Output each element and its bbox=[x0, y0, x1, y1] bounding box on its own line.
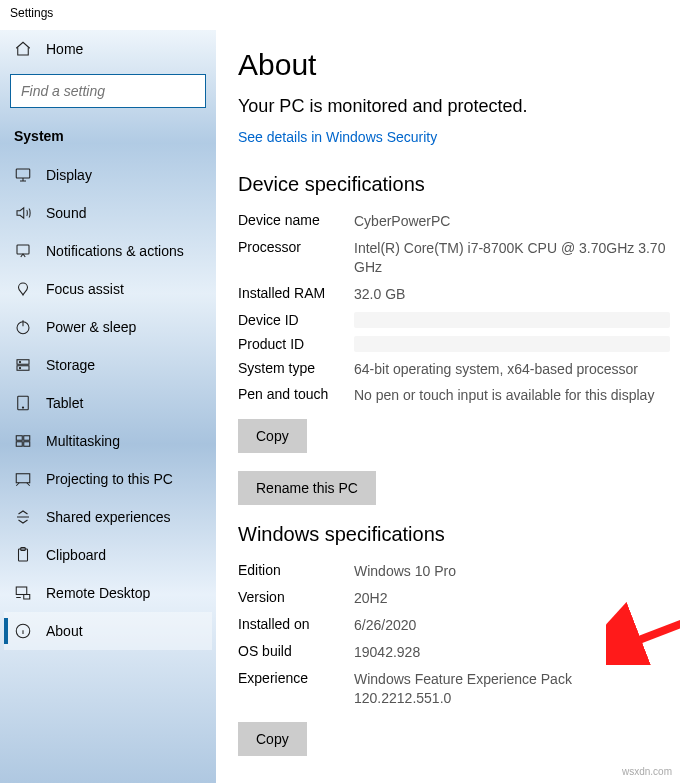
sidebar-home-label: Home bbox=[46, 41, 83, 57]
copy-windows-specs-button[interactable]: Copy bbox=[238, 722, 307, 756]
spec-label: Version bbox=[238, 589, 354, 608]
spec-value: 20H2 bbox=[354, 589, 670, 608]
spec-row-pen-touch: Pen and touch No pen or touch input is a… bbox=[238, 382, 670, 409]
sidebar-item-shared-experiences[interactable]: Shared experiences bbox=[4, 498, 212, 536]
spec-label: Experience bbox=[238, 670, 354, 708]
sidebar-item-label: Clipboard bbox=[46, 547, 106, 563]
sidebar-item-focus-assist[interactable]: Focus assist bbox=[4, 270, 212, 308]
svg-rect-16 bbox=[16, 587, 27, 595]
home-icon bbox=[14, 40, 32, 58]
spec-value: No pen or touch input is available for t… bbox=[354, 386, 670, 405]
shared-icon bbox=[14, 508, 32, 526]
svg-rect-13 bbox=[16, 474, 30, 483]
focus-assist-icon bbox=[14, 280, 32, 298]
spec-row-device-id: Device ID bbox=[238, 308, 670, 332]
svg-point-5 bbox=[19, 361, 20, 362]
search-input[interactable] bbox=[10, 74, 206, 108]
window-title: Settings bbox=[0, 0, 680, 30]
spec-value-redacted bbox=[354, 312, 670, 328]
spec-row-installed-on: Installed on 6/26/2020 bbox=[238, 612, 670, 639]
spec-row-os-build: OS build 19042.928 bbox=[238, 639, 670, 666]
svg-point-6 bbox=[19, 367, 20, 368]
spec-row-edition: Edition Windows 10 Pro bbox=[238, 558, 670, 585]
sidebar-item-label: Sound bbox=[46, 205, 86, 221]
sidebar-item-label: Tablet bbox=[46, 395, 83, 411]
spec-label: System type bbox=[238, 360, 354, 379]
svg-rect-11 bbox=[16, 442, 22, 447]
settings-window: Settings Home System Display Sound bbox=[0, 0, 680, 783]
svg-rect-1 bbox=[17, 245, 29, 254]
sidebar-home[interactable]: Home bbox=[4, 30, 212, 68]
sidebar-item-about[interactable]: About bbox=[4, 612, 212, 650]
sidebar-item-storage[interactable]: Storage bbox=[4, 346, 212, 384]
protection-status: Your PC is monitored and protected. bbox=[238, 96, 670, 117]
clipboard-icon bbox=[14, 546, 32, 564]
sidebar-item-multitasking[interactable]: Multitasking bbox=[4, 422, 212, 460]
svg-rect-4 bbox=[17, 366, 29, 371]
spec-value: 32.0 GB bbox=[354, 285, 670, 304]
svg-rect-9 bbox=[16, 436, 22, 441]
sidebar-item-display[interactable]: Display bbox=[4, 156, 212, 194]
spec-label: Processor bbox=[238, 239, 354, 277]
page-title: About bbox=[238, 48, 670, 82]
svg-rect-0 bbox=[16, 169, 30, 178]
sidebar-item-clipboard[interactable]: Clipboard bbox=[4, 536, 212, 574]
window-body: Home System Display Sound Notifications … bbox=[0, 30, 680, 783]
search-wrap bbox=[4, 74, 212, 122]
spec-row-device-name: Device name CyberPowerPC bbox=[238, 208, 670, 235]
spec-label: Device ID bbox=[238, 312, 354, 328]
sidebar-item-sound[interactable]: Sound bbox=[4, 194, 212, 232]
spec-row-product-id: Product ID bbox=[238, 332, 670, 356]
spec-label: Device name bbox=[238, 212, 354, 231]
svg-point-8 bbox=[22, 407, 23, 408]
sidebar-item-label: Remote Desktop bbox=[46, 585, 150, 601]
watermark: wsxdn.com bbox=[622, 766, 672, 777]
sidebar-section-label: System bbox=[4, 122, 212, 156]
spec-value: Intel(R) Core(TM) i7-8700K CPU @ 3.70GHz… bbox=[354, 239, 670, 277]
remote-desktop-icon bbox=[14, 584, 32, 602]
sidebar-item-label: Multitasking bbox=[46, 433, 120, 449]
projecting-icon bbox=[14, 470, 32, 488]
sidebar-item-label: Power & sleep bbox=[46, 319, 136, 335]
sidebar-item-label: Focus assist bbox=[46, 281, 124, 297]
sidebar-item-projecting[interactable]: Projecting to this PC bbox=[4, 460, 212, 498]
spec-value: Windows 10 Pro bbox=[354, 562, 670, 581]
rename-pc-button[interactable]: Rename this PC bbox=[238, 471, 376, 505]
spec-value: CyberPowerPC bbox=[354, 212, 670, 231]
multitasking-icon bbox=[14, 432, 32, 450]
sidebar-item-power-sleep[interactable]: Power & sleep bbox=[4, 308, 212, 346]
sound-icon bbox=[14, 204, 32, 222]
notifications-icon bbox=[14, 242, 32, 260]
spec-value: 19042.928 bbox=[354, 643, 670, 662]
spec-row-experience: Experience Windows Feature Experience Pa… bbox=[238, 666, 670, 712]
storage-icon bbox=[14, 356, 32, 374]
sidebar-item-remote-desktop[interactable]: Remote Desktop bbox=[4, 574, 212, 612]
tablet-icon bbox=[14, 394, 32, 412]
copy-device-specs-button[interactable]: Copy bbox=[238, 419, 307, 453]
spec-value: 64-bit operating system, x64-based proce… bbox=[354, 360, 670, 379]
device-spec-table: Device name CyberPowerPC Processor Intel… bbox=[238, 208, 670, 409]
spec-row-system-type: System type 64-bit operating system, x64… bbox=[238, 356, 670, 383]
sidebar-item-label: Notifications & actions bbox=[46, 243, 184, 259]
device-spec-heading: Device specifications bbox=[238, 173, 670, 196]
sidebar-item-label: Storage bbox=[46, 357, 95, 373]
svg-rect-3 bbox=[17, 360, 29, 365]
svg-rect-10 bbox=[24, 436, 30, 441]
power-icon bbox=[14, 318, 32, 336]
spec-label: OS build bbox=[238, 643, 354, 662]
security-link[interactable]: See details in Windows Security bbox=[238, 129, 437, 145]
spec-label: Edition bbox=[238, 562, 354, 581]
sidebar: Home System Display Sound Notifications … bbox=[0, 30, 216, 783]
about-icon bbox=[14, 622, 32, 640]
spec-value: 6/26/2020 bbox=[354, 616, 670, 635]
spec-row-version: Version 20H2 bbox=[238, 585, 670, 612]
sidebar-item-label: About bbox=[46, 623, 83, 639]
sidebar-item-notifications[interactable]: Notifications & actions bbox=[4, 232, 212, 270]
spec-row-ram: Installed RAM 32.0 GB bbox=[238, 281, 670, 308]
spec-label: Product ID bbox=[238, 336, 354, 352]
sidebar-item-tablet[interactable]: Tablet bbox=[4, 384, 212, 422]
spec-row-processor: Processor Intel(R) Core(TM) i7-8700K CPU… bbox=[238, 235, 670, 281]
windows-spec-heading: Windows specifications bbox=[238, 523, 670, 546]
sidebar-item-label: Display bbox=[46, 167, 92, 183]
svg-rect-12 bbox=[24, 442, 30, 447]
